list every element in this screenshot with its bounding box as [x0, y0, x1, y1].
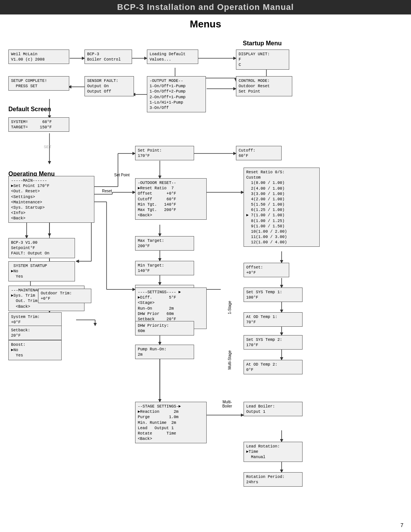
startup-menu-label: Startup Menu — [243, 40, 282, 47]
box-lead-rotation: Lead Rotation: ►Time Manual — [244, 442, 303, 462]
box-startup: SYSTEM STARTUP ►No Yes — [8, 261, 75, 281]
box-bcp3-boiler: BCP-3 Boiler Control — [84, 50, 132, 64]
box-stage-settings: --STAGE SETTINGS-► ►Reaction 2m Purge 1.… — [135, 402, 207, 443]
box-od-temp1: At OD Temp 1: 70°F — [244, 312, 303, 327]
reset-flow-label: Reset — [102, 189, 112, 193]
box-info: BCP-3 V1.00 Setpoint°F FAULT: Output On — [8, 238, 75, 258]
page-title: Menus — [0, 14, 411, 32]
page-header: BCP-3 Installation and Operation Manual — [0, 0, 411, 14]
box-default-screen: SYSTEM= 68°F TARGET= 150°F — [8, 117, 69, 132]
box-set-point: Set Point: 170°F — [135, 146, 194, 160]
box-outdoor-trim: Outdoor Trim: +0°F — [38, 289, 91, 303]
box-sensor-fault: SENSOR FAULT: Output On Output Off — [84, 76, 134, 96]
box-min-target: Min Target: 140°F — [135, 261, 194, 275]
box-od-temp2: At OD Temp 2: 0°F — [244, 360, 303, 374]
box-lead-boiler: Lead Boiler: Output 1 — [244, 402, 303, 416]
box-system-trim: System Trim: +0°F — [8, 312, 62, 327]
box-operating-menu: -----MAIN------ ►Set Point 170°F <Out. R… — [8, 176, 94, 223]
one-stage-label: 1-Stage — [228, 301, 232, 314]
multi-boiler-label: Multi-Boiler — [218, 400, 237, 408]
header-title: BCP-3 Installation and Operation Manual — [117, 2, 294, 12]
box-dhw-priority: DHW Priority: 60m — [135, 321, 194, 335]
box-rotation-period: Rotation Period: 24hrs — [244, 472, 303, 487]
box-pump-runon: Pump Run-On: 2m — [135, 345, 194, 359]
box-display-unit: DISPLAY UNIT: F C — [236, 50, 289, 70]
box-outdoor-reset: -OUTDOOR RESET-- ►Reset Ratio 7 Offset +… — [135, 178, 207, 220]
box-output-mode: -OUTPUT MODE-- 1-On/Off+1-Pump 1-On/Off+… — [147, 76, 206, 112]
box-max-target: Max Target: 200°F — [135, 236, 194, 251]
box-weil-mclain: Weil McLain V1.00 (c) 2008 — [8, 50, 69, 64]
set-label: SET — [44, 145, 51, 149]
setpoint-flow-label: Set Point — [114, 173, 130, 177]
box-set-sys-temp2: Set SYS Temp 2: 170°F — [244, 335, 303, 350]
box-boost: Boost: ►No Yes — [8, 340, 62, 360]
box-cutoff: Cutoff: 60°F — [236, 146, 282, 160]
default-screen-label: Default Screen — [8, 106, 51, 113]
box-reset-ratio: Reset Ratio 0/S: Custom 1(8.00 / 1.00) 2… — [244, 168, 320, 247]
box-offset: Offset: +0°F — [244, 263, 289, 277]
box-setup-complete: SETUP COMPLETE! PRESS SET — [8, 76, 69, 91]
page-number: 7 — [400, 522, 403, 528]
box-set-sys-temp1: Set SYS Temp 1: 100°F — [244, 288, 303, 302]
box-setback: Setback: 20°F — [8, 326, 62, 340]
multi-stage-label: Multi-Stage — [228, 350, 232, 370]
box-control-mode: CONTROL MODE: Outdoor Reset Set Point — [236, 76, 292, 96]
box-loading-default: Loading Default Values... — [147, 50, 198, 64]
